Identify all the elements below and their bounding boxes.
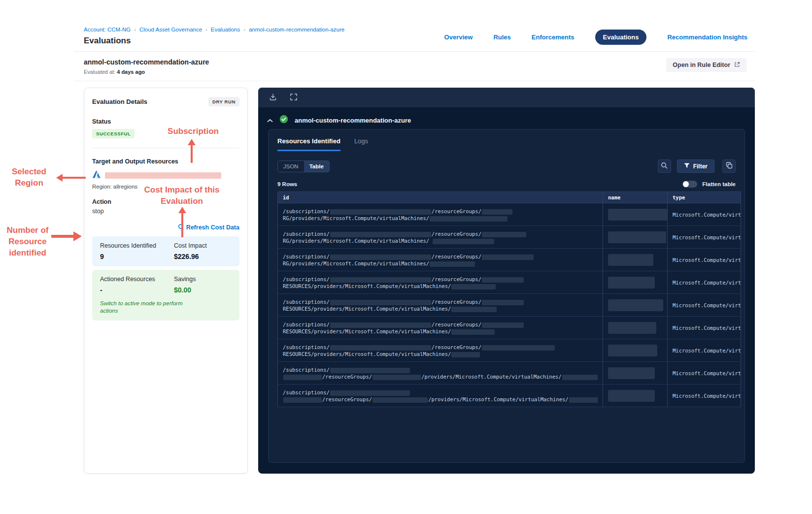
- breadcrumb: Account: CCM-NG › Cloud Asset Governance…: [84, 27, 344, 32]
- redacted-value: [608, 322, 656, 334]
- nav-evaluations-active[interactable]: Evaluations: [595, 30, 647, 45]
- selected-region-arrow-line: [62, 177, 86, 179]
- redacted-value: [330, 300, 431, 305]
- redacted-value: [562, 375, 598, 380]
- column-header-id[interactable]: id: [278, 192, 603, 203]
- redacted-value: [482, 209, 512, 215]
- resources-identified-label: Resources Identified: [100, 242, 174, 249]
- search-button[interactable]: [658, 160, 671, 173]
- table-row[interactable]: /subscriptions//resourceGroups//provider…: [278, 385, 741, 407]
- nav-recommendation-insights[interactable]: Recommendation Insights: [667, 33, 747, 41]
- top-nav: Overview Rules Enforcements Evaluations …: [444, 30, 747, 45]
- redacted-value: [608, 345, 657, 356]
- redacted-value: [451, 284, 496, 289]
- cell-type: Microsoft.Compute/virtu: [668, 362, 741, 385]
- fullscreen-button[interactable]: [290, 93, 298, 102]
- cell-name: [603, 294, 668, 317]
- resource-count-arrow-line: [51, 235, 74, 238]
- breadcrumb-separator: ›: [243, 27, 245, 32]
- evaluated-at-label: Evaluated at:: [84, 69, 115, 75]
- redacted-value: [433, 239, 494, 244]
- results-panel: anmol-custom-recommendation-azure Resour…: [258, 88, 755, 474]
- table-row[interactable]: /subscriptions//resourceGroups/RESOURCES…: [278, 339, 741, 362]
- subscription-arrow-line: [191, 145, 193, 163]
- breadcrumb-account[interactable]: Account: CCM-NG: [84, 27, 131, 32]
- redacted-value: [482, 277, 524, 283]
- results-tabs: Resources Identified Logs: [277, 137, 736, 151]
- annotation-cost-impact: Cost Impact of this Evaluation: [141, 184, 223, 207]
- nav-enforcements[interactable]: Enforcements: [532, 33, 575, 41]
- details-title: Evaluation Details: [92, 98, 147, 105]
- tab-resources-identified[interactable]: Resources Identified: [277, 137, 340, 151]
- cost-impact-box: Resources Identified Cost Impact 9 $226.…: [92, 236, 239, 266]
- action-value: stop: [92, 208, 239, 215]
- filter-button[interactable]: Filter: [677, 160, 714, 173]
- cell-type: Microsoft.Compute/virtu: [668, 271, 741, 294]
- nav-overview[interactable]: Overview: [444, 33, 473, 41]
- column-header-name[interactable]: name: [603, 192, 668, 203]
- view-toggle-json[interactable]: JSON: [278, 161, 304, 172]
- filter-label: Filter: [693, 163, 708, 170]
- evaluated-at: Evaluated at:4 days ago: [84, 69, 145, 75]
- table-row[interactable]: /subscriptions//resourceGroups/RESOURCES…: [278, 271, 741, 294]
- column-header-type[interactable]: type: [668, 192, 741, 203]
- open-rule-editor-button[interactable]: Open in Rule Editor: [666, 58, 746, 72]
- download-icon: [269, 93, 277, 102]
- redacted-value: [430, 216, 508, 222]
- breadcrumb-evaluation-name[interactable]: anmol-custom-recommendation-azure: [249, 27, 344, 32]
- redacted-value: [482, 232, 526, 237]
- cell-id: /subscriptions//resourceGroups/RG/provid…: [278, 203, 603, 226]
- redacted-value: [482, 345, 555, 351]
- cell-name: [603, 362, 668, 385]
- cell-type: Microsoft.Compute/virtu: [668, 317, 741, 339]
- page-title: Evaluations: [84, 36, 131, 46]
- page: Account: CCM-NG › Cloud Asset Governance…: [0, 0, 812, 514]
- results-evaluation-name: anmol-custom-recommendation-azure: [295, 117, 411, 124]
- actioned-resources-label: Actioned Resources: [100, 276, 174, 283]
- divider: [92, 148, 239, 148]
- copy-button[interactable]: [722, 160, 736, 173]
- redacted-value: [330, 322, 431, 328]
- cell-type: Microsoft.Compute/virtu: [668, 203, 741, 226]
- flatten-table-label: Flatten table: [702, 181, 736, 187]
- results-toolbar: [258, 88, 755, 107]
- chevron-up-icon[interactable]: [267, 116, 273, 125]
- table-row[interactable]: /subscriptions//resourceGroups/RESOURCES…: [278, 317, 741, 339]
- download-button[interactable]: [269, 93, 277, 102]
- table-row[interactable]: /subscriptions//resourceGroups/RESOURCES…: [278, 294, 741, 317]
- cell-name: [603, 226, 668, 249]
- cell-name: [603, 249, 668, 271]
- nav-rules[interactable]: Rules: [493, 33, 510, 41]
- redacted-value: [482, 322, 524, 328]
- cost-impact-value: $226.96: [174, 253, 232, 260]
- redacted-value: [372, 375, 421, 380]
- table-row[interactable]: /subscriptions//resourceGroups/RG/provid…: [278, 226, 741, 249]
- annotation-selected-region: Selected Region: [4, 166, 54, 189]
- redacted-value: [330, 255, 431, 260]
- breadcrumb-cloud-asset-governance[interactable]: Cloud Asset Governance: [139, 27, 202, 32]
- status-label: Status: [92, 118, 239, 125]
- tab-logs[interactable]: Logs: [354, 137, 368, 151]
- evaluation-collapse-row[interactable]: anmol-custom-recommendation-azure: [258, 107, 755, 131]
- refresh-cost-data-link[interactable]: Refresh Cost Data: [178, 224, 239, 231]
- results-table: id name type /subscriptions//resourceGro…: [277, 192, 741, 407]
- success-check-icon: [279, 115, 288, 126]
- redacted-value: [330, 390, 410, 396]
- redacted-value: [330, 209, 431, 215]
- table-row[interactable]: /subscriptions//resourceGroups//provider…: [278, 362, 741, 385]
- open-rule-editor-label: Open in Rule Editor: [673, 62, 730, 68]
- table-row[interactable]: /subscriptions//resourceGroups/RG/provid…: [278, 249, 741, 271]
- actioned-resources-value: -: [100, 286, 174, 294]
- toggle-knob: [683, 181, 689, 187]
- table-row[interactable]: /subscriptions//resourceGroups/RG/provid…: [278, 203, 741, 226]
- redacted-value: [608, 390, 655, 402]
- cell-type: Microsoft.Compute/virtu: [668, 339, 741, 362]
- breadcrumb-evaluations[interactable]: Evaluations: [211, 27, 240, 32]
- subheader: anmol-custom-recommendation-azure Evalua…: [74, 52, 755, 81]
- redacted-value: [569, 397, 598, 403]
- view-toggle: JSON Table: [277, 161, 330, 172]
- flatten-table-toggle[interactable]: [682, 181, 697, 188]
- view-toggle-table[interactable]: Table: [304, 161, 329, 172]
- redacted-value: [330, 345, 431, 351]
- cell-id: /subscriptions//resourceGroups/RESOURCES…: [278, 317, 603, 339]
